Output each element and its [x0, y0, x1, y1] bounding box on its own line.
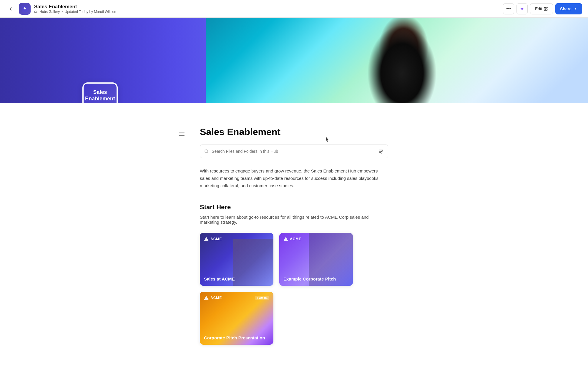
topnav-right: ••• Edit Share — [503, 3, 582, 14]
search-input[interactable] — [212, 145, 370, 157]
hero-person-area — [265, 18, 588, 103]
svg-point-9 — [381, 152, 382, 153]
content-area: Sales Enablement — [200, 127, 388, 345]
nav-title-block: Sales Enablement 🗂 Hubs Gallery • Update… — [34, 4, 116, 14]
ai-icon — [519, 6, 525, 11]
section-title: Start Here — [200, 203, 388, 211]
menu-line-3 — [179, 135, 185, 136]
updated-label: Updated Today by Maruti Willson — [65, 10, 116, 14]
search-icon — [204, 149, 209, 154]
search-input-wrap — [200, 145, 374, 157]
hub-logo-line1: Sales — [93, 89, 107, 95]
hub-logo: Sales Enablement — [82, 82, 118, 103]
hub-icon-small — [19, 3, 31, 15]
card-sales-at-acme[interactable]: ACME Sales at ACME — [200, 233, 273, 286]
acme-triangle-icon — [204, 237, 209, 241]
acme-text-3: ACME — [210, 296, 222, 300]
svg-point-2 — [521, 8, 522, 9]
back-button[interactable] — [6, 4, 15, 14]
subtitle-dot: • — [62, 10, 63, 14]
acme-triangle-icon-2 — [283, 237, 288, 241]
card-2-label: Example Corporate Pitch — [283, 276, 349, 282]
nav-title: Sales Enablement — [34, 4, 116, 10]
hero-banner: Sales Enablement — [0, 18, 588, 103]
share-label: Share — [560, 6, 572, 11]
filter-button[interactable] — [374, 145, 388, 158]
share-icon — [573, 7, 577, 11]
acme-triangle-icon-3 — [204, 296, 209, 300]
hubs-gallery-icon: 🗂 — [34, 10, 38, 14]
hub-logo-container: Sales Enablement — [82, 82, 118, 103]
topnav: Sales Enablement 🗂 Hubs Gallery • Update… — [0, 0, 588, 18]
menu-line-2 — [179, 134, 185, 134]
person-body — [281, 18, 523, 103]
card-1-label: Sales at ACME — [204, 276, 269, 282]
card-3-acme-logo: ACME — [204, 296, 222, 300]
card-3-badge: FY24 Q1 — [255, 296, 269, 300]
acme-text-1: ACME — [210, 237, 222, 241]
card-1-acme-logo: ACME — [204, 237, 222, 241]
hub-description: With resources to engage buyers and grow… — [200, 167, 388, 189]
page-title: Sales Enablement — [200, 127, 388, 137]
section-desc: Start here to learn about go-to resource… — [200, 215, 388, 225]
card-example-corporate-pitch[interactable]: ACME Example Corporate Pitch — [279, 233, 353, 286]
breadcrumb-label[interactable]: Hubs Gallery — [39, 10, 60, 14]
menu-line-1 — [179, 132, 185, 132]
main-wrapper: Sales Enablement — [0, 103, 588, 356]
svg-point-8 — [382, 151, 383, 152]
ai-button[interactable] — [516, 3, 528, 14]
card-3-label: Corporate Pitch Presentation — [204, 335, 269, 341]
hub-logo-line2: Enablement — [85, 96, 115, 102]
edit-icon — [544, 7, 548, 11]
more-icon: ••• — [506, 6, 511, 12]
svg-line-4 — [207, 152, 208, 153]
topnav-left: Sales Enablement 🗂 Hubs Gallery • Update… — [6, 3, 116, 15]
main-content: Sales Enablement — [117, 103, 471, 356]
edit-button[interactable]: Edit — [530, 3, 553, 14]
sidebar-toggle-button[interactable] — [176, 130, 187, 138]
edit-label: Edit — [535, 6, 542, 11]
hub-icon-svg — [21, 5, 28, 12]
nav-subtitle: 🗂 Hubs Gallery • Updated Today by Maruti… — [34, 10, 116, 14]
card-corporate-pitch-presentation[interactable]: ACME FY24 Q1 Corporate Pitch Presentatio… — [200, 292, 273, 345]
search-bar — [200, 145, 388, 158]
card-2-acme-logo: ACME — [283, 237, 301, 241]
svg-point-3 — [205, 150, 208, 152]
share-button[interactable]: Share — [555, 3, 582, 14]
more-options-button[interactable]: ••• — [503, 3, 514, 14]
cards-grid: ACME Sales at ACME ACME Example Corporat… — [200, 233, 388, 345]
filter-icon — [378, 149, 384, 154]
acme-text-2: ACME — [290, 237, 301, 241]
